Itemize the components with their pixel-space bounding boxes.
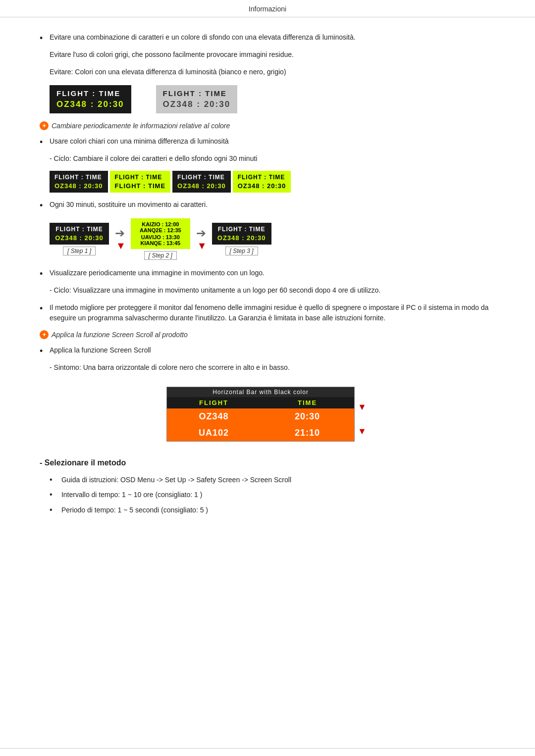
cycle-box-3: FLIGHT : TIME OZ348 : 20:30 [172, 171, 231, 193]
step-label-2: [ Step 2 ] [144, 251, 177, 260]
arrow-down-2: ▼ [197, 240, 207, 252]
bullet-dot-2: • [40, 136, 50, 149]
main-content: • Evitare una combinazione di caratteri … [0, 17, 535, 748]
scroll-header-time: TIME [261, 399, 354, 406]
scroll-data-2030: 20:30 [261, 411, 354, 422]
indent-text-4: - Sintomo: Una barra orizzontale di colo… [50, 363, 290, 371]
cycle-label: - Ciclo: Cambiare il colore dei caratter… [50, 153, 495, 164]
indent-2: Evitare: Colori con una elevata differen… [50, 67, 495, 77]
scroll-header-row: FLIGHT TIME [167, 397, 354, 408]
cycle-box-4-r1: FLIGHT : TIME [238, 174, 286, 181]
flight-step-2: KAIZIO : 12:00AANQ2E : 12:35 UAVIJO : 13… [131, 218, 190, 249]
cycle-box-3-r2: OZ348 : 20:30 [177, 182, 226, 190]
indent-text-3: - Ciclo: Visualizzare una immagine in mo… [50, 286, 380, 294]
cycle-box-2-r1: FLIGHT : TIME [115, 174, 166, 181]
bullet-item-5: • Il metodo migliore per proteggere il m… [40, 302, 495, 323]
sub-bullet-1: • Guida di istruzioni: OSD Menu -> Set U… [50, 474, 495, 485]
sub-bullet-text-2: Intervallo di tempo: 1 ~ 10 ore (consigl… [61, 491, 202, 499]
step-box-1: FLIGHT : TIME OZ348 : 20:30 [ Step 1 ] [50, 223, 109, 255]
bullet-item-2: • Usare colori chiari con una minima dif… [40, 136, 495, 149]
step3-r2: OZ348 : 20:30 [217, 234, 267, 242]
page-footer [0, 748, 535, 756]
bullet-item-3: • Ogni 30 minuti, sostituire un moviment… [40, 200, 495, 212]
step-box-2: KAIZIO : 12:00AANQ2E : 12:35 UAVIJO : 13… [131, 218, 190, 260]
sub-bullet-text-3: Periodo di tempo: 1 ~ 5 secondi (consigl… [61, 506, 208, 514]
cycle-box-3-r1: FLIGHT : TIME [177, 174, 226, 181]
flight-boxes-row-1: FLIGHT : TIME OZ348 : 20:30 FLIGHT : TIM… [50, 85, 495, 113]
flight-box-light-row2: OZ348 : 20:30 [163, 100, 231, 109]
sub-bullet-3: • Periodo di tempo: 1 ~ 5 secondi (consi… [50, 504, 495, 515]
step-label-1: [ Step 1 ] [63, 247, 96, 255]
scroll-data-row-2: UA102 21:10 [167, 425, 354, 441]
indent-4: - Sintomo: Una barra orizzontale di colo… [50, 362, 495, 373]
page-header: Informazioni [0, 0, 535, 17]
cycle-box-4-r2: OZ348 : 20:30 [238, 182, 286, 190]
bullet-text-5: Il metodo migliore per proteggere il mon… [50, 302, 495, 323]
step1-r2: OZ348 : 20:30 [54, 234, 104, 242]
orange-bullet-2: + Applica la funzione Screen Scroll al p… [40, 330, 495, 339]
section-heading: - Selezionare il metodo [40, 458, 495, 467]
bullet-dot-4: • [40, 268, 50, 280]
bullet-text-6: Applica la funzione Screen Scroll [50, 345, 495, 355]
scroll-data-ua102: UA102 [167, 428, 261, 438]
arrow-right-2: ➔ [196, 226, 206, 240]
flight-box-light: FLIGHT : TIME OZ348 : 20:30 [156, 85, 238, 113]
bullet-text-4: Visualizzare periodicamente una immagine… [50, 268, 495, 278]
scroll-arrow-down-1: ▼ [358, 403, 367, 411]
bullet-text-3: Ogni 30 minuti, sostituire un movimento … [50, 200, 495, 210]
header-title: Informazioni [249, 5, 286, 13]
sub-bullet-text-1: Guida di istruzioni: OSD Menu -> Set Up … [61, 476, 291, 484]
scroll-arrow-down-2: ▼ [358, 427, 367, 436]
scroll-data-2110: 21:10 [261, 428, 354, 438]
bullet-dot-1: • [40, 32, 50, 45]
bullet-dot-6: • [40, 345, 50, 357]
bullet-text-1: Evitare una combinazione di caratteri e … [50, 32, 495, 43]
flight-box-dark-row2: OZ348 : 20:30 [56, 100, 124, 109]
bullet-item-1: • Evitare una combinazione di caratteri … [40, 32, 495, 45]
cycle-box-1-r1: FLIGHT : TIME [54, 174, 103, 181]
scroll-header-flight: FLIGHT [167, 399, 261, 406]
bullet-item-6: • Applica la funzione Screen Scroll [40, 345, 495, 357]
flight-box-dark-row1: FLIGHT : TIME [56, 89, 124, 98]
cycle-box-4: FLIGHT : TIME OZ348 : 20:30 [233, 171, 291, 193]
step1-r1: FLIGHT : TIME [54, 226, 104, 233]
sub-bullet-dot-1: • [50, 474, 59, 485]
bullet-dot-3: • [40, 200, 50, 212]
sub-bullet-2: • Intervallo di tempo: 1 ~ 10 ore (consi… [50, 489, 495, 500]
step3-r1: FLIGHT : TIME [217, 226, 267, 233]
page-wrapper: Informazioni • Evitare una combinazione … [0, 0, 535, 756]
indent-text-2: Evitare: Colori con una elevata differen… [50, 68, 286, 76]
orange-bullet-text-1: Cambiare periodicamente le informazioni … [52, 122, 230, 130]
flight-step-1: FLIGHT : TIME OZ348 : 20:30 [50, 223, 109, 245]
sub-bullet-dot-2: • [50, 489, 59, 500]
scroll-data-oz348: OZ348 [167, 411, 261, 422]
orange-bullet-icon-2: + [40, 330, 49, 339]
step2-r1: KAIZIO : 12:00AANQ2E : 12:35 [136, 221, 185, 233]
cycle-box-2: FLIGHT : TIME FLIGHT : TIME [110, 171, 171, 193]
indent-1: Evitare l'uso di colori grigi, che posso… [50, 50, 495, 60]
cycle-box-1-r2: OZ348 : 20:30 [54, 182, 103, 190]
scroll-arrows: ▼ ▼ [355, 380, 369, 449]
flight-step-3: FLIGHT : TIME OZ348 : 20:30 [212, 223, 271, 245]
step-container: FLIGHT : TIME OZ348 : 20:30 [ Step 1 ] ➔… [50, 218, 495, 260]
orange-bullet-1: + Cambiare periodicamente le informazion… [40, 121, 495, 130]
step-arrow-1: ➔ ▼ [114, 226, 126, 252]
scroll-illustration: Horizontal Bar with Black color FLIGHT T… [166, 387, 355, 442]
scroll-data-row-1: OZ348 20:30 [167, 408, 354, 425]
indent-text-1: Evitare l'uso di colori grigi, che posso… [50, 50, 294, 58]
sub-bullet-dot-3: • [50, 504, 59, 515]
arrow-down-1: ▼ [116, 240, 126, 252]
cycle-box-1: FLIGHT : TIME OZ348 : 20:30 [50, 171, 108, 193]
indent-3: - Ciclo: Visualizzare una immagine in mo… [50, 285, 495, 296]
flight-box-light-row1: FLIGHT : TIME [163, 89, 231, 98]
step-label-3: [ Step 3 ] [225, 247, 258, 255]
scroll-illustration-wrapper: Horizontal Bar with Black color FLIGHT T… [40, 380, 495, 449]
cycle-boxes-row: FLIGHT : TIME OZ348 : 20:30 FLIGHT : TIM… [50, 171, 495, 193]
cycle-label-text: - Ciclo: Cambiare il colore dei caratter… [50, 154, 257, 162]
step-box-3: FLIGHT : TIME OZ348 : 20:30 [ Step 3 ] [212, 223, 271, 255]
scroll-illustration-container: Horizontal Bar with Black color FLIGHT T… [166, 380, 369, 449]
bullet-item-4: • Visualizzare periodicamente una immagi… [40, 268, 495, 280]
orange-bullet-text-2: Applica la funzione Screen Scroll al pro… [52, 331, 188, 339]
step-arrow-2: ➔ ▼ [195, 226, 207, 252]
bullet-text-2: Usare colori chiari con una minima diffe… [50, 136, 495, 147]
